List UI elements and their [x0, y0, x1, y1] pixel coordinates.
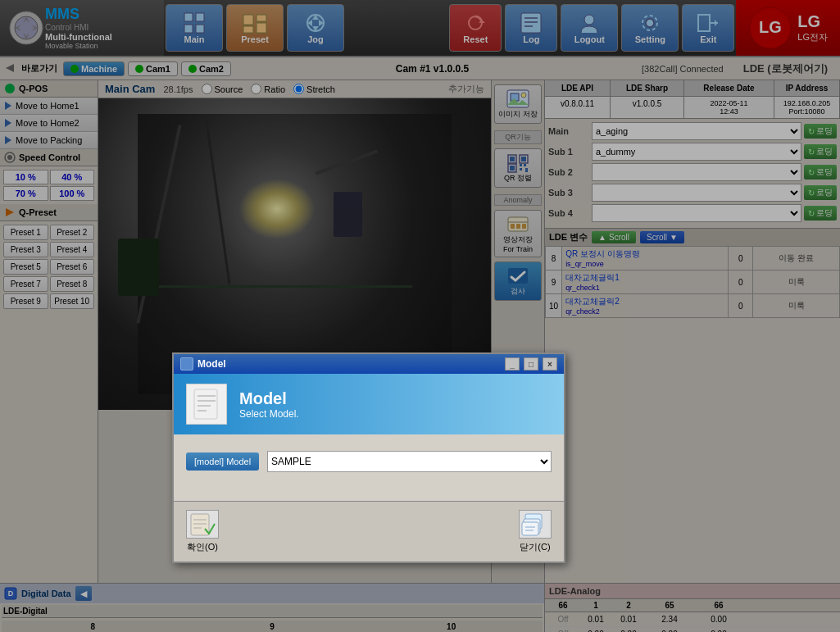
- model-select[interactable]: SAMPLE: [267, 451, 552, 472]
- confirm-doc-icon: [188, 512, 217, 537]
- model-label-btn[interactable]: [model] Model: [186, 452, 259, 471]
- modal-footer: 확인(O) 닫기(C): [174, 501, 564, 562]
- modal-close-action-btn[interactable]: 닫기(C): [519, 510, 552, 553]
- modal-close-label: 닫기(C): [520, 541, 550, 553]
- close-icon: [519, 510, 552, 539]
- modal-close-btn[interactable]: ×: [543, 357, 557, 371]
- modal-title-icon: [180, 357, 193, 371]
- modal-doc-icon: [190, 388, 223, 421]
- modal-dialog: Model _ □ × Model Select Model.: [172, 352, 565, 563]
- modal-confirm-btn[interactable]: 확인(O): [186, 510, 219, 553]
- svg-rect-65: [191, 514, 209, 535]
- modal-overlay: Model _ □ × Model Select Model.: [0, 0, 840, 632]
- modal-confirm-label: 확인(O): [187, 541, 218, 553]
- confirm-icon: [186, 510, 219, 539]
- close-doc-icon: [521, 512, 550, 537]
- modal-header-title: Model: [239, 389, 299, 408]
- modal-header: Model Select Model.: [174, 374, 564, 434]
- modal-title-text: Model: [198, 358, 501, 370]
- modal-titlebar: Model _ □ ×: [174, 354, 564, 374]
- modal-minimize-btn[interactable]: _: [505, 357, 520, 371]
- modal-body: [model] Model SAMPLE: [174, 434, 564, 501]
- svg-rect-71: [522, 522, 538, 535]
- modal-header-sub: Select Model.: [239, 408, 299, 420]
- modal-header-text: Model Select Model.: [239, 389, 299, 420]
- model-selection: [model] Model SAMPLE: [186, 451, 552, 472]
- modal-header-icon: [186, 384, 227, 425]
- modal-maximize-btn[interactable]: □: [524, 357, 538, 371]
- svg-rect-60: [194, 389, 217, 419]
